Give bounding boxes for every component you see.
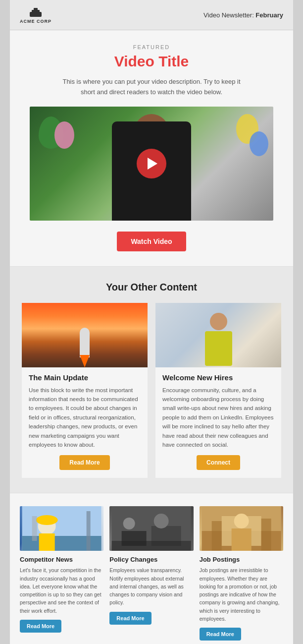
main-update-read-more-button[interactable]: Read More bbox=[59, 455, 109, 470]
svg-rect-15 bbox=[112, 541, 191, 551]
competitor-news-read-more-button[interactable]: Read More bbox=[20, 620, 61, 633]
job-postings-item: Job Postings Job postings are irresistib… bbox=[200, 506, 283, 641]
policy-changes-item: Policy Changes Employees value transpare… bbox=[109, 506, 193, 641]
header-newsletter-title: Video Newsletter: February bbox=[203, 11, 283, 19]
competitor-image bbox=[20, 506, 103, 551]
policy-changes-read-more-button[interactable]: Read More bbox=[109, 612, 151, 625]
new-hires-item: Welcome New Hires Encourage community, c… bbox=[155, 303, 281, 478]
svg-rect-9 bbox=[87, 511, 91, 551]
newsletter-prefix: Video Newsletter: bbox=[203, 11, 255, 19]
logo-area: ACME CORP bbox=[20, 6, 51, 24]
rocket-image bbox=[22, 303, 148, 367]
video-thumbnail[interactable] bbox=[30, 107, 273, 221]
rocket-body bbox=[80, 328, 90, 357]
three-col-section: Competitor News Let's face it, your comp… bbox=[10, 493, 293, 644]
new-hires-title: Welcome New Hires bbox=[155, 373, 281, 382]
featured-label: FEATURED bbox=[30, 44, 273, 50]
competitor-news-text: Let's face it, your competition in the i… bbox=[20, 566, 103, 615]
svg-rect-6 bbox=[39, 533, 55, 551]
main-update-title: The Main Update bbox=[22, 373, 148, 382]
new-hires-btn-wrap: Connect bbox=[155, 455, 281, 470]
rocket-flame bbox=[80, 355, 90, 367]
play-button[interactable] bbox=[137, 149, 166, 178]
svg-rect-22 bbox=[261, 519, 271, 551]
main-update-btn-wrap: Read More bbox=[22, 455, 148, 470]
other-content-section: Your Other Content The Main Update Use t… bbox=[10, 267, 293, 493]
svg-rect-8 bbox=[32, 516, 37, 541]
new-hires-connect-button[interactable]: Connect bbox=[197, 455, 240, 470]
main-update-text: Use this block to write the most importa… bbox=[22, 386, 148, 450]
competitor-news-title: Competitor News bbox=[20, 556, 103, 563]
watch-video-button[interactable]: Watch Video bbox=[117, 232, 186, 251]
jobs-svg bbox=[200, 506, 283, 551]
vest-body bbox=[205, 331, 232, 366]
new-hires-image bbox=[155, 303, 281, 367]
svg-rect-2 bbox=[34, 8, 38, 11]
competitor-svg bbox=[20, 506, 103, 551]
featured-description: This is where you can put your video des… bbox=[62, 77, 241, 98]
policy-changes-text: Employees value transparency. Notify emp… bbox=[109, 566, 193, 606]
policy-image bbox=[109, 506, 193, 551]
email-header: ACME CORP Video Newsletter: February bbox=[10, 0, 293, 30]
featured-title: Video Title bbox=[30, 53, 273, 70]
featured-section: FEATURED Video Title This is where you c… bbox=[10, 30, 293, 266]
other-content-title: Your Other Content bbox=[22, 282, 281, 293]
competitor-news-item: Competitor News Let's face it, your comp… bbox=[20, 506, 103, 641]
three-col-row: Competitor News Let's face it, your comp… bbox=[20, 506, 283, 641]
svg-point-19 bbox=[234, 514, 249, 528]
vest-person bbox=[203, 313, 233, 367]
logo-text: ACME CORP bbox=[20, 19, 51, 24]
policy-changes-title: Policy Changes bbox=[109, 556, 193, 563]
svg-rect-20 bbox=[231, 528, 251, 551]
svg-point-14 bbox=[154, 514, 169, 528]
svg-rect-21 bbox=[211, 521, 221, 551]
svg-point-7 bbox=[36, 515, 58, 525]
job-image bbox=[200, 506, 283, 551]
play-triangle-icon bbox=[148, 158, 157, 170]
balloon-blue bbox=[250, 131, 268, 156]
policy-svg bbox=[109, 506, 193, 551]
vest-head bbox=[210, 313, 227, 330]
acme-logo-icon bbox=[27, 6, 45, 18]
newsletter-month: February bbox=[255, 11, 283, 19]
svg-point-13 bbox=[123, 518, 135, 529]
job-postings-title: Job Postings bbox=[200, 556, 283, 563]
new-hires-text: Encourage community, culture, and a welc… bbox=[155, 386, 281, 450]
balloon-pink bbox=[54, 121, 74, 149]
job-postings-text: Job postings are irresistible to employe… bbox=[200, 566, 283, 623]
main-update-item: The Main Update Use this block to write … bbox=[22, 303, 148, 478]
job-postings-read-more-button[interactable]: Read More bbox=[200, 628, 241, 641]
two-col-row: The Main Update Use this block to write … bbox=[22, 303, 281, 478]
